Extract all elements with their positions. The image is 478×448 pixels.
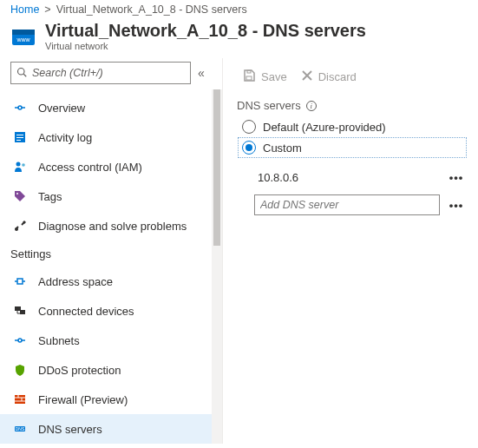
address-space-icon (12, 273, 28, 289)
sidebar-item-devices[interactable]: Connected devices (0, 296, 212, 326)
content-pane: Save Discard DNS servers i Default (Azur… (223, 58, 478, 444)
subnets-icon (12, 333, 28, 348)
svg-text:www: www (16, 36, 30, 43)
svg-rect-27 (246, 76, 252, 80)
sidebar: Search (Ctrl+/) « Overview Activity log … (0, 58, 222, 444)
activity-log-icon (12, 129, 28, 145)
sidebar-item-label: Firewall (Preview) (38, 393, 128, 406)
svg-rect-15 (15, 306, 21, 311)
overview-icon (12, 100, 28, 115)
sidebar-item-label: Address space (38, 275, 113, 288)
svg-rect-8 (16, 137, 23, 138)
toolbar: Save Discard (237, 65, 466, 89)
sidebar-item-label: DNS servers (38, 423, 102, 436)
radio-group: Default (Azure-provided) Custom (239, 117, 466, 157)
dns-entry-row: 10.8.0.6 ••• (254, 169, 466, 186)
section-title-text: DNS servers (237, 99, 301, 112)
sidebar-scrollbar[interactable] (212, 89, 222, 444)
discard-label: Discard (318, 70, 357, 83)
svg-point-11 (22, 163, 25, 167)
sidebar-menu: Overview Activity log Access control (IA… (0, 89, 212, 444)
sidebar-item-access[interactable]: Access control (IAM) (0, 152, 212, 181)
sidebar-item-label: Overview (38, 102, 85, 115)
sidebar-item-address[interactable]: Address space (0, 267, 212, 296)
sidebar-item-overview[interactable]: Overview (0, 93, 212, 122)
dns-list: 10.8.0.6 ••• ••• (254, 169, 466, 215)
svg-point-17 (18, 339, 22, 342)
page-title: Virtual_Network_A_10_8 - DNS servers (45, 21, 366, 41)
section-title: DNS servers i (237, 99, 466, 112)
save-icon (242, 69, 256, 85)
svg-point-3 (18, 68, 25, 75)
sidebar-item-diagnose[interactable]: Diagnose and solve problems (0, 211, 212, 240)
sidebar-item-label: Access control (IAM) (38, 161, 142, 174)
breadcrumb: Home > Virtual_Network_A_10_8 - DNS serv… (0, 0, 478, 17)
svg-rect-9 (16, 140, 21, 141)
radio-circle-icon (242, 120, 256, 134)
svg-point-5 (18, 106, 22, 109)
sidebar-item-firewall[interactable]: Firewall (Preview) (0, 385, 212, 414)
svg-rect-7 (16, 135, 23, 135)
svg-rect-14 (17, 279, 23, 284)
sidebar-item-label: Subnets (38, 334, 80, 347)
svg-point-12 (16, 193, 18, 194)
diagnose-icon (12, 218, 28, 234)
radio-label: Custom (263, 142, 302, 155)
devices-icon (12, 303, 28, 319)
breadcrumb-separator: > (44, 3, 50, 16)
svg-rect-28 (247, 70, 251, 73)
radio-custom[interactable]: Custom (239, 138, 466, 157)
sidebar-item-label: DDoS protection (38, 364, 121, 377)
search-placeholder: Search (Ctrl+/) (32, 67, 103, 79)
collapse-icon[interactable]: « (191, 66, 212, 80)
sidebar-item-label: Diagnose and solve problems (38, 220, 187, 233)
radio-selected-icon (242, 141, 256, 155)
page-subtitle: Virtual network (45, 41, 366, 51)
sidebar-item-tags[interactable]: Tags (0, 181, 212, 211)
svg-text:DNS: DNS (16, 426, 25, 432)
radio-default[interactable]: Default (Azure-provided) (239, 117, 466, 136)
ddos-icon (12, 362, 28, 378)
save-button[interactable]: Save (237, 65, 292, 89)
add-dns-input[interactable] (254, 194, 440, 215)
breadcrumb-current: Virtual_Network_A_10_8 - DNS servers (56, 3, 247, 16)
firewall-icon (12, 392, 28, 407)
dns-icon: DNS (12, 421, 28, 437)
search-icon (16, 67, 27, 80)
sidebar-item-dns[interactable]: DNS DNS servers (0, 414, 212, 444)
sidebar-item-activity[interactable]: Activity log (0, 122, 212, 152)
svg-rect-1 (12, 30, 35, 35)
row-menu-icon[interactable]: ••• (447, 171, 466, 184)
discard-button[interactable]: Discard (296, 66, 362, 88)
tags-icon (12, 188, 28, 204)
access-control-icon (12, 159, 28, 175)
svg-point-10 (16, 162, 21, 167)
save-label: Save (261, 70, 287, 83)
svg-rect-18 (15, 395, 25, 404)
sidebar-item-label: Tags (38, 190, 62, 203)
vnet-icon: www (10, 24, 36, 50)
sidebar-item-label: Activity log (38, 131, 92, 144)
breadcrumb-home[interactable]: Home (10, 3, 39, 16)
dns-entry-value: 10.8.0.6 (254, 169, 440, 186)
sidebar-heading-settings: Settings (0, 240, 212, 267)
page-header: www Virtual_Network_A_10_8 - DNS servers… (0, 17, 478, 58)
svg-rect-16 (20, 310, 25, 314)
sidebar-item-label: Connected devices (38, 305, 134, 318)
search-input[interactable]: Search (Ctrl+/) (10, 62, 191, 84)
sidebar-item-subnets[interactable]: Subnets (0, 326, 212, 355)
row-menu-icon[interactable]: ••• (447, 199, 466, 212)
sidebar-item-ddos[interactable]: DDoS protection (0, 355, 212, 385)
discard-icon (301, 69, 313, 84)
svg-line-4 (23, 74, 26, 76)
info-icon[interactable]: i (306, 101, 317, 111)
svg-point-13 (15, 227, 18, 231)
dns-add-row: ••• (254, 194, 466, 215)
radio-label: Default (Azure-provided) (263, 121, 386, 134)
sidebar-heading-label: Settings (10, 247, 51, 260)
